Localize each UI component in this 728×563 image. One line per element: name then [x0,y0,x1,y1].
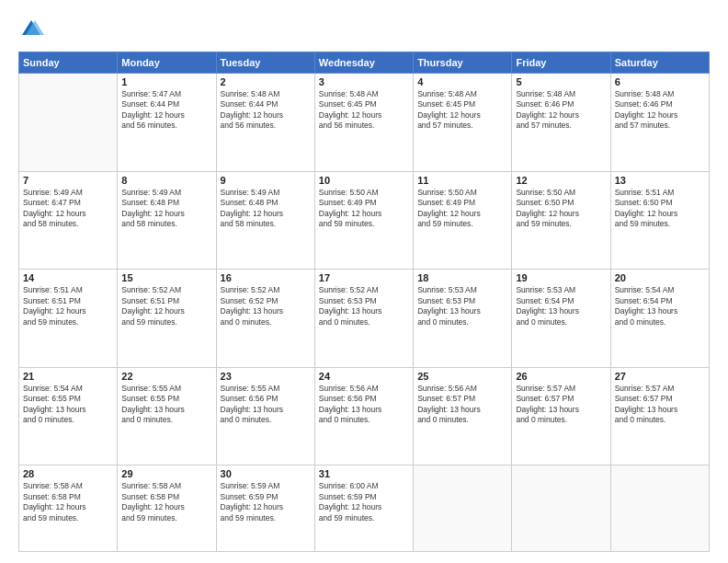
day-info: Sunrise: 5:48 AMSunset: 6:45 PMDaylight:… [319,89,409,132]
weekday-header: Monday [118,52,216,74]
weekday-header: Wednesday [314,52,413,74]
day-info: Sunrise: 5:48 AMSunset: 6:45 PMDaylight:… [417,89,507,132]
day-info: Sunrise: 5:57 AMSunset: 6:57 PMDaylight:… [615,384,705,426]
calendar-cell: 29Sunrise: 5:58 AMSunset: 6:58 PMDayligh… [118,465,216,552]
calendar-cell: 17Sunrise: 5:52 AMSunset: 6:53 PMDayligh… [314,270,413,368]
day-number: 17 [319,272,409,283]
weekday-header: Friday [512,52,610,74]
day-number: 26 [516,371,606,382]
weekday-header: Sunday [19,52,118,74]
calendar-cell: 2Sunrise: 5:48 AMSunset: 6:44 PMDaylight… [216,74,314,172]
calendar-week-row: 28Sunrise: 5:58 AMSunset: 6:58 PMDayligh… [19,465,710,552]
calendar-cell: 26Sunrise: 5:57 AMSunset: 6:57 PMDayligh… [512,367,610,465]
day-info: Sunrise: 5:54 AMSunset: 6:54 PMDaylight:… [615,285,705,327]
calendar-cell: 23Sunrise: 5:55 AMSunset: 6:56 PMDayligh… [216,367,314,465]
day-number: 2 [221,76,311,87]
day-number: 21 [23,371,113,382]
day-info: Sunrise: 5:57 AMSunset: 6:57 PMDaylight:… [516,384,606,426]
logo [18,17,48,42]
day-info: Sunrise: 5:56 AMSunset: 6:56 PMDaylight:… [319,384,409,426]
calendar-week-row: 14Sunrise: 5:51 AMSunset: 6:51 PMDayligh… [19,270,710,368]
calendar-table: SundayMondayTuesdayWednesdayThursdayFrid… [18,52,710,552]
calendar-cell: 13Sunrise: 5:51 AMSunset: 6:50 PMDayligh… [610,171,709,270]
day-number: 18 [417,272,507,283]
day-number: 14 [23,272,113,283]
calendar-cell: 4Sunrise: 5:48 AMSunset: 6:45 PMDaylight… [414,74,512,172]
header [18,17,710,42]
day-number: 16 [221,272,311,283]
day-number: 1 [121,76,211,87]
day-number: 28 [23,468,113,479]
calendar-page: SundayMondayTuesdayWednesdayThursdayFrid… [0,0,728,563]
day-number: 30 [221,468,311,479]
calendar-cell [19,74,118,172]
day-info: Sunrise: 5:56 AMSunset: 6:57 PMDaylight:… [417,384,507,426]
calendar-cell: 3Sunrise: 5:48 AMSunset: 6:45 PMDaylight… [314,74,413,172]
day-info: Sunrise: 5:48 AMSunset: 6:46 PMDaylight:… [615,89,705,132]
day-number: 10 [319,175,409,186]
day-info: Sunrise: 5:48 AMSunset: 6:44 PMDaylight:… [221,89,311,132]
calendar-cell: 22Sunrise: 5:55 AMSunset: 6:55 PMDayligh… [118,367,216,465]
calendar-cell: 28Sunrise: 5:58 AMSunset: 6:58 PMDayligh… [19,465,118,552]
calendar-week-row: 7Sunrise: 5:49 AMSunset: 6:47 PMDaylight… [19,171,710,270]
day-number: 5 [516,76,606,87]
calendar-cell: 6Sunrise: 5:48 AMSunset: 6:46 PMDaylight… [610,74,709,172]
calendar-cell: 25Sunrise: 5:56 AMSunset: 6:57 PMDayligh… [414,367,512,465]
day-info: Sunrise: 5:58 AMSunset: 6:58 PMDaylight:… [23,481,113,523]
day-number: 25 [417,371,507,382]
calendar-cell: 5Sunrise: 5:48 AMSunset: 6:46 PMDaylight… [512,74,610,172]
calendar-cell: 10Sunrise: 5:50 AMSunset: 6:49 PMDayligh… [314,171,413,270]
day-info: Sunrise: 5:52 AMSunset: 6:53 PMDaylight:… [319,285,409,327]
day-number: 7 [23,175,113,186]
day-number: 31 [319,468,409,479]
calendar-week-row: 21Sunrise: 5:54 AMSunset: 6:55 PMDayligh… [19,367,710,465]
calendar-cell: 1Sunrise: 5:47 AMSunset: 6:44 PMDaylight… [118,74,216,172]
calendar-cell: 15Sunrise: 5:52 AMSunset: 6:51 PMDayligh… [118,270,216,368]
day-number: 20 [615,272,705,283]
day-number: 12 [516,175,606,186]
day-number: 23 [221,371,311,382]
day-number: 4 [417,76,507,87]
day-info: Sunrise: 5:53 AMSunset: 6:54 PMDaylight:… [516,285,606,327]
day-info: Sunrise: 5:55 AMSunset: 6:56 PMDaylight:… [221,384,311,426]
day-number: 15 [121,272,211,283]
calendar-cell: 12Sunrise: 5:50 AMSunset: 6:50 PMDayligh… [512,171,610,270]
calendar-cell: 24Sunrise: 5:56 AMSunset: 6:56 PMDayligh… [314,367,413,465]
logo-icon [18,17,44,42]
calendar-cell: 21Sunrise: 5:54 AMSunset: 6:55 PMDayligh… [19,367,118,465]
day-info: Sunrise: 5:53 AMSunset: 6:53 PMDaylight:… [417,285,507,327]
day-number: 6 [615,76,705,87]
weekday-header-row: SundayMondayTuesdayWednesdayThursdayFrid… [19,52,710,74]
calendar-cell: 8Sunrise: 5:49 AMSunset: 6:48 PMDaylight… [118,171,216,270]
day-info: Sunrise: 5:52 AMSunset: 6:52 PMDaylight:… [221,285,311,327]
day-info: Sunrise: 5:49 AMSunset: 6:47 PMDaylight:… [23,188,113,230]
calendar-cell: 18Sunrise: 5:53 AMSunset: 6:53 PMDayligh… [414,270,512,368]
calendar-cell: 9Sunrise: 5:49 AMSunset: 6:48 PMDaylight… [216,171,314,270]
calendar-body: 1Sunrise: 5:47 AMSunset: 6:44 PMDaylight… [19,74,710,552]
calendar-cell [512,465,610,552]
calendar-cell [414,465,512,552]
day-number: 13 [615,175,705,186]
day-info: Sunrise: 5:48 AMSunset: 6:46 PMDaylight:… [516,89,606,132]
day-info: Sunrise: 5:50 AMSunset: 6:50 PMDaylight:… [516,188,606,230]
day-info: Sunrise: 5:49 AMSunset: 6:48 PMDaylight:… [221,188,311,230]
day-info: Sunrise: 5:52 AMSunset: 6:51 PMDaylight:… [121,285,211,327]
weekday-header: Tuesday [216,52,314,74]
weekday-header: Saturday [610,52,709,74]
day-number: 11 [417,175,507,186]
weekday-header: Thursday [414,52,512,74]
day-info: Sunrise: 5:49 AMSunset: 6:48 PMDaylight:… [121,188,211,230]
day-info: Sunrise: 5:51 AMSunset: 6:51 PMDaylight:… [23,285,113,327]
day-info: Sunrise: 5:55 AMSunset: 6:55 PMDaylight:… [121,384,211,426]
day-info: Sunrise: 5:50 AMSunset: 6:49 PMDaylight:… [417,188,507,230]
calendar-cell: 14Sunrise: 5:51 AMSunset: 6:51 PMDayligh… [19,270,118,368]
day-info: Sunrise: 5:47 AMSunset: 6:44 PMDaylight:… [121,89,211,132]
calendar-cell [610,465,709,552]
calendar-week-row: 1Sunrise: 5:47 AMSunset: 6:44 PMDaylight… [19,74,710,172]
day-info: Sunrise: 5:51 AMSunset: 6:50 PMDaylight:… [615,188,705,230]
day-number: 24 [319,371,409,382]
calendar-cell: 19Sunrise: 5:53 AMSunset: 6:54 PMDayligh… [512,270,610,368]
day-info: Sunrise: 5:58 AMSunset: 6:58 PMDaylight:… [121,481,211,523]
day-number: 8 [121,175,211,186]
day-info: Sunrise: 5:54 AMSunset: 6:55 PMDaylight:… [23,384,113,426]
